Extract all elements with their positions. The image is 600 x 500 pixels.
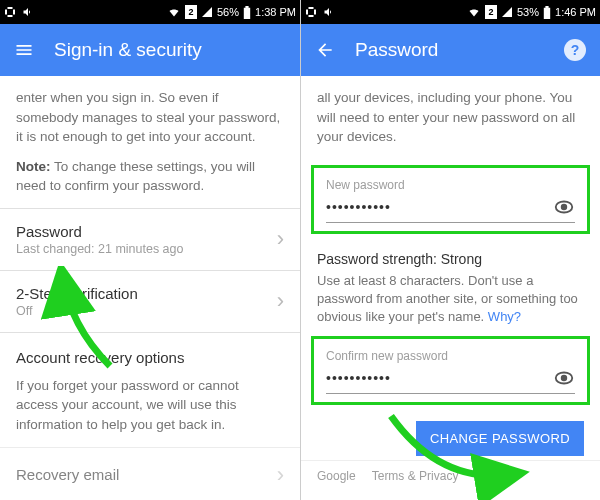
note-text: Note: To change these settings, you will… [16, 157, 284, 196]
recovery-email-item[interactable]: Recovery email › [0, 447, 300, 501]
help-icon[interactable]: ? [564, 39, 586, 61]
status-bar: 2 53% 1:46 PM [301, 0, 600, 24]
screen-signin-security: 2 56% 1:38 PM Sign-in & security enter w… [0, 0, 300, 500]
two-step-item[interactable]: 2-Step Verification Off › [0, 270, 300, 332]
intro-text: all your devices, including your phone. … [317, 88, 584, 147]
svg-point-3 [562, 376, 567, 381]
chevron-right-icon: › [277, 462, 284, 488]
footer-google[interactable]: Google [317, 469, 356, 483]
item-subtitle: Off [16, 304, 138, 318]
signal-icon [201, 6, 213, 18]
footer-links: Google Terms & Privacy Help [301, 460, 600, 491]
clock-text: 1:46 PM [555, 6, 596, 18]
app-bar: Password ? [301, 24, 600, 76]
password-item[interactable]: Password Last changed: 21 minutes ago › [0, 208, 300, 270]
item-title: Recovery email [16, 466, 119, 483]
confirm-password-field[interactable]: Confirm new password ••••••••••• [311, 336, 590, 405]
volume-icon [22, 6, 34, 18]
screen-password: 2 53% 1:46 PM Password ? all your device… [300, 0, 600, 500]
wifi-icon [467, 6, 481, 18]
change-password-button[interactable]: CHANGE PASSWORD [416, 421, 584, 456]
back-icon[interactable] [315, 40, 335, 60]
item-title: Password [16, 223, 183, 240]
volume-icon [323, 6, 335, 18]
battery-icon [543, 6, 551, 19]
password-input[interactable]: ••••••••••• [326, 199, 553, 215]
battery-text: 56% [217, 6, 239, 18]
chevron-right-icon: › [277, 226, 284, 252]
orientation-icon [4, 6, 16, 18]
item-subtitle: Last changed: 21 minutes ago [16, 242, 183, 256]
footer-terms[interactable]: Terms & Privacy [372, 469, 459, 483]
field-label: Confirm new password [326, 349, 575, 363]
confirm-password-input[interactable]: ••••••••••• [326, 370, 553, 386]
recovery-header: Account recovery options [0, 332, 300, 376]
battery-icon [243, 6, 251, 19]
wifi-icon [167, 6, 181, 18]
app-bar: Sign-in & security [0, 24, 300, 76]
strength-label: Password strength: Strong [317, 251, 482, 267]
content-area: all your devices, including your phone. … [301, 76, 600, 500]
page-title: Sign-in & security [54, 39, 202, 61]
clock-text: 1:38 PM [255, 6, 296, 18]
orientation-icon [305, 6, 317, 18]
why-link[interactable]: Why? [488, 309, 521, 324]
content-area: enter when you sign in. So even if someb… [0, 76, 300, 500]
new-password-field[interactable]: New password ••••••••••• [311, 165, 590, 234]
signal-icon [501, 6, 513, 18]
svg-point-1 [562, 204, 567, 209]
recovery-body: If you forget your password or cannot ac… [16, 376, 284, 435]
sim-icon: 2 [185, 5, 197, 19]
intro-text: enter when you sign in. So even if someb… [16, 88, 284, 147]
page-title: Password [355, 39, 438, 61]
menu-icon[interactable] [14, 40, 34, 60]
visibility-icon[interactable] [553, 367, 575, 389]
status-bar: 2 56% 1:38 PM [0, 0, 300, 24]
footer-help[interactable]: Help [474, 469, 499, 483]
item-title: 2-Step Verification [16, 285, 138, 302]
chevron-right-icon: › [277, 288, 284, 314]
sim-icon: 2 [485, 5, 497, 19]
visibility-icon[interactable] [553, 196, 575, 218]
field-label: New password [326, 178, 575, 192]
strength-hint: Use at least 8 characters. Don't use a p… [317, 272, 584, 327]
battery-text: 53% [517, 6, 539, 18]
